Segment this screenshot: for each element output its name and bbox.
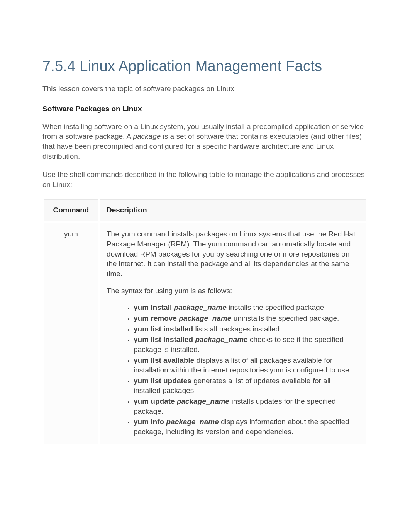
cmd-rest: uninstalls the specified package. — [231, 314, 339, 322]
list-item: yum list installed lists all packages in… — [134, 324, 359, 334]
header-command: Command — [44, 199, 98, 221]
list-item: yum list installed package_name checks t… — [134, 335, 359, 354]
table-header-row: Command Description — [44, 199, 366, 221]
list-item: yum info package_name displays informati… — [134, 417, 359, 437]
cmd-bold: yum list installed — [134, 325, 193, 333]
cmd-bold: yum remove — [134, 314, 179, 322]
syntax-list: yum install package_name installs the sp… — [107, 303, 359, 437]
list-item: yum update package_name installs updates… — [134, 396, 359, 416]
cmd-bold: yum list available — [134, 356, 194, 364]
intro-text: This lesson covers the topic of software… — [42, 84, 368, 94]
list-item: yum install package_name installs the sp… — [134, 303, 359, 313]
yum-description-1: The yum command installs packages on Lin… — [107, 229, 359, 279]
cmd-bold: yum update — [134, 397, 177, 405]
list-item: yum list updates generates a list of upd… — [134, 376, 359, 396]
section-heading: Software Packages on Linux — [42, 105, 368, 113]
cmd-bold: yum list installed — [134, 335, 195, 343]
document-page: 7.5.4 Linux Application Management Facts… — [0, 0, 410, 484]
cmd-bold: yum list updates — [134, 377, 191, 385]
cmd-arg: package_name — [179, 314, 231, 322]
command-name-cell: yum — [44, 223, 98, 444]
list-item: yum list available displays a list of al… — [134, 355, 359, 375]
cmd-arg: package_name — [166, 418, 219, 426]
paragraph-table-intro: Use the shell commands described in the … — [42, 170, 368, 189]
cmd-rest: lists all packages installed. — [193, 325, 281, 333]
page-title: 7.5.4 Linux Application Management Facts — [42, 58, 368, 75]
yum-description-2: The syntax for using yum is as follows: — [107, 286, 359, 296]
cmd-arg: package_name — [174, 303, 227, 311]
cmd-arg: package_name — [177, 397, 229, 405]
table-row: yum The yum command installs packages on… — [44, 223, 366, 444]
header-description: Description — [100, 199, 366, 221]
para1-italic: package — [133, 132, 161, 140]
cmd-bold: yum info — [134, 418, 166, 426]
command-description-cell: The yum command installs packages on Lin… — [100, 223, 366, 444]
commands-table: Command Description yum The yum command … — [42, 198, 368, 445]
cmd-arg: package_name — [195, 335, 247, 343]
paragraph-package-definition: When installing software on a Linux syst… — [42, 122, 368, 161]
cmd-bold: yum install — [134, 303, 174, 311]
list-item: yum remove package_name uninstalls the s… — [134, 313, 359, 323]
cmd-rest: installs the specified package. — [227, 303, 326, 311]
